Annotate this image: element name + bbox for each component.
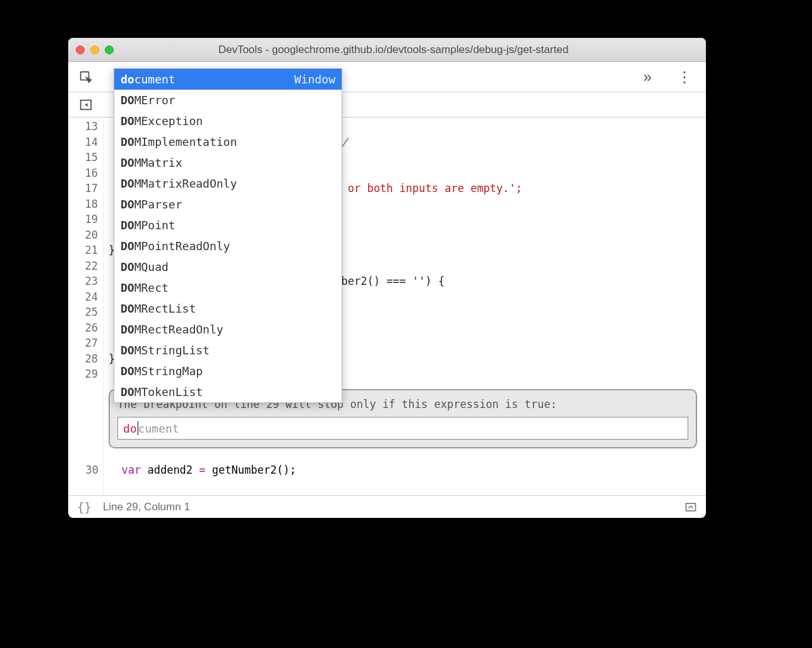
code-line-30: 30 var addend2 = getNumber2(); <box>68 464 706 480</box>
autocomplete-item[interactable]: DOMRectList <box>114 298 342 319</box>
show-navigator-icon[interactable] <box>78 97 93 112</box>
line-number[interactable]: 28 <box>68 351 98 367</box>
autocomplete-item[interactable]: DOMMatrixReadOnly <box>114 173 342 194</box>
autocomplete-item[interactable]: DOMException <box>114 111 342 131</box>
line-number[interactable]: 23 <box>68 273 98 289</box>
line-number[interactable]: 16 <box>68 165 98 181</box>
window-title: DevTools - googlechrome.github.io/devtoo… <box>88 44 698 56</box>
line-number[interactable]: 24 <box>68 289 98 305</box>
autocomplete-item[interactable]: DOMError <box>114 90 342 111</box>
autocomplete-item[interactable]: DOMStringMap <box>114 361 342 381</box>
line-number[interactable]: 30 <box>68 464 104 476</box>
inspect-element-icon[interactable] <box>77 70 95 84</box>
autocomplete-item[interactable]: DOMRect <box>114 277 342 298</box>
breakpoint-expression-input[interactable]: document <box>117 417 688 440</box>
line-number[interactable]: 15 <box>68 150 98 165</box>
svg-rect-2 <box>686 503 696 511</box>
line-number[interactable]: 19 <box>68 212 98 227</box>
line-number[interactable]: 13 <box>68 119 98 135</box>
pretty-print-icon[interactable]: {} <box>77 500 92 514</box>
autocomplete-item[interactable]: DOMImplementation <box>114 131 342 152</box>
breakpoint-typed-text: do <box>123 422 137 435</box>
autocomplete-item[interactable]: DOMRectReadOnly <box>114 319 342 340</box>
autocomplete-item[interactable]: DOMQuad <box>114 256 342 277</box>
line-number[interactable]: 21 <box>68 243 98 258</box>
line-number[interactable]: 27 <box>68 335 98 351</box>
autocomplete-item[interactable]: documentWindow <box>114 69 342 90</box>
show-console-drawer-icon[interactable] <box>684 501 697 513</box>
breakpoint-autocomplete-ghost: cument <box>138 422 179 435</box>
line-number[interactable]: 18 <box>68 196 98 212</box>
autocomplete-item[interactable]: DOMPoint <box>114 215 342 236</box>
autocomplete-item[interactable]: DOMStringList <box>114 340 342 361</box>
line-number[interactable]: 14 <box>68 135 98 150</box>
line-number[interactable]: 25 <box>68 304 98 320</box>
code-text[interactable]: var addend2 = getNumber2(); <box>109 464 296 476</box>
line-number[interactable]: 29 <box>68 366 98 382</box>
kebab-menu-icon[interactable]: ⋮ <box>672 68 697 86</box>
line-number[interactable]: 17 <box>68 181 98 196</box>
devtools-window: DevTools - googlechrome.github.io/devtoo… <box>68 38 706 518</box>
autocomplete-item[interactable]: DOMParser <box>114 194 342 215</box>
autocomplete-item[interactable]: DOMPointReadOnly <box>114 236 342 256</box>
close-window-icon[interactable] <box>76 45 85 54</box>
line-number[interactable]: 22 <box>68 258 98 274</box>
titlebar: DevTools - googlechrome.github.io/devtoo… <box>68 38 706 62</box>
line-number[interactable]: 20 <box>68 227 98 243</box>
line-number[interactable]: 26 <box>68 320 98 336</box>
line-gutter[interactable]: 13 14 15 16 17 18 19 20 21 22 23 24 25 2… <box>68 117 104 495</box>
more-tabs-icon[interactable]: » <box>638 68 657 86</box>
autocomplete-item[interactable]: DOMMatrix <box>114 152 342 173</box>
autocomplete-item[interactable]: DOMTokenList <box>114 381 342 402</box>
editor-statusbar: {} Line 29, Column 1 <box>68 495 706 518</box>
autocomplete-dropdown[interactable]: documentWindowDOMErrorDOMExceptionDOMImp… <box>114 68 342 403</box>
cursor-position: Line 29, Column 1 <box>103 501 190 513</box>
